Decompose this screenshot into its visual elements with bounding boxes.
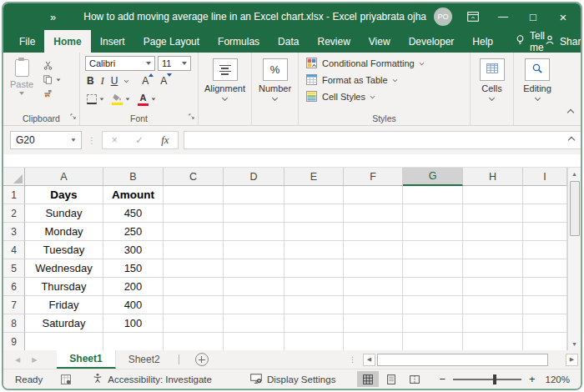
cell-F4[interactable] bbox=[344, 241, 403, 259]
vertical-scroll-thumb[interactable] bbox=[570, 181, 580, 236]
copy-button[interactable] bbox=[43, 75, 61, 84]
increase-font-size-button[interactable]: A bbox=[142, 75, 149, 87]
cell-E9[interactable] bbox=[284, 333, 344, 350]
bold-button[interactable]: B bbox=[87, 76, 94, 86]
scroll-right-arrow[interactable]: ▶ bbox=[566, 354, 578, 366]
user-avatar[interactable]: PO bbox=[434, 8, 452, 26]
cell-H2[interactable] bbox=[463, 204, 523, 223]
row-header-7[interactable]: 7 bbox=[3, 296, 25, 314]
cell-F8[interactable] bbox=[344, 314, 403, 333]
cell-I9[interactable] bbox=[523, 333, 567, 350]
zoom-in-button[interactable]: + bbox=[527, 373, 537, 385]
cell-G5[interactable] bbox=[403, 259, 463, 278]
name-box-dropdown-arrow[interactable] bbox=[71, 138, 75, 141]
page-break-preview-button[interactable] bbox=[404, 371, 425, 387]
tab-page-layout[interactable]: Page Layout bbox=[134, 30, 209, 53]
cell-B2[interactable]: 450 bbox=[103, 204, 164, 223]
tab-help[interactable]: Help bbox=[463, 30, 502, 53]
cell-F2[interactable] bbox=[344, 204, 403, 223]
horizontal-scrollbar[interactable]: ◀ ▶ bbox=[363, 354, 578, 366]
cell-E2[interactable] bbox=[284, 204, 344, 223]
alignment-button[interactable] bbox=[213, 58, 238, 81]
cell-G2[interactable] bbox=[403, 204, 463, 223]
borders-button[interactable] bbox=[87, 94, 104, 104]
share-button[interactable]: Share bbox=[545, 30, 582, 53]
cell-H9[interactable] bbox=[463, 333, 523, 350]
cell-G6[interactable] bbox=[403, 278, 463, 296]
row-header-2[interactable]: 2 bbox=[3, 204, 25, 223]
normal-view-button[interactable] bbox=[357, 371, 379, 387]
cell-B1[interactable]: Amount bbox=[103, 186, 164, 204]
enter-check-icon[interactable]: ✓ bbox=[135, 134, 143, 146]
cell-I4[interactable] bbox=[523, 241, 567, 259]
editing-button[interactable] bbox=[525, 58, 550, 81]
cell-B5[interactable]: 150 bbox=[103, 259, 164, 278]
zoom-out-button[interactable]: − bbox=[437, 373, 447, 385]
column-header-a[interactable]: A bbox=[25, 168, 103, 186]
scrollbar-separator-dots[interactable]: ⋮ bbox=[349, 355, 356, 364]
cells-dropdown-arrow[interactable] bbox=[489, 95, 495, 101]
maximize-button[interactable]: □ bbox=[527, 11, 539, 23]
cell-B7[interactable]: 400 bbox=[103, 296, 164, 314]
cell-B9[interactable] bbox=[103, 333, 164, 350]
copy-dropdown-arrow[interactable] bbox=[57, 78, 61, 81]
cell-G3[interactable] bbox=[403, 223, 463, 241]
cell-A7[interactable]: Friday bbox=[25, 296, 103, 314]
cell-C5[interactable] bbox=[164, 259, 224, 278]
font-name-select[interactable]: Calibri bbox=[85, 56, 155, 71]
cell-G4[interactable] bbox=[403, 241, 463, 259]
zoom-slider-thumb[interactable] bbox=[493, 374, 496, 384]
cell-A2[interactable]: Sunday bbox=[25, 204, 103, 223]
accessibility-status[interactable]: Accessibility: Investigate bbox=[93, 373, 212, 385]
cells-button[interactable] bbox=[480, 58, 505, 81]
cell-A6[interactable]: Thursday bbox=[25, 278, 103, 296]
cell-C8[interactable] bbox=[164, 314, 224, 333]
cell-A8[interactable]: Saturday bbox=[25, 314, 103, 333]
select-all-button[interactable] bbox=[3, 168, 25, 186]
insert-function-icon[interactable]: fx bbox=[161, 134, 169, 147]
cell-A1[interactable]: Days bbox=[25, 186, 103, 204]
cell-D3[interactable] bbox=[224, 223, 284, 241]
cell-E5[interactable] bbox=[284, 259, 344, 278]
sheet-tab-sheet1[interactable]: Sheet1 bbox=[57, 350, 115, 369]
paste-dropdown-arrow[interactable] bbox=[19, 92, 24, 95]
cell-C2[interactable] bbox=[164, 204, 224, 223]
cell-E3[interactable] bbox=[284, 223, 344, 241]
cell-F9[interactable] bbox=[344, 333, 403, 350]
quick-access-toolbar-overflow-icon[interactable]: » bbox=[50, 11, 55, 23]
cell-A9[interactable] bbox=[25, 333, 103, 350]
cell-E7[interactable] bbox=[284, 296, 344, 314]
cell-A3[interactable]: Monday bbox=[25, 223, 103, 241]
tab-view[interactable]: View bbox=[360, 30, 400, 53]
cell-H1[interactable] bbox=[463, 186, 523, 204]
italic-button[interactable]: I bbox=[101, 76, 104, 86]
cell-I7[interactable] bbox=[523, 296, 567, 314]
cell-F7[interactable] bbox=[344, 296, 403, 314]
macro-record-button[interactable] bbox=[61, 374, 71, 384]
decrease-font-size-button[interactable]: A bbox=[160, 75, 167, 87]
cell-F6[interactable] bbox=[344, 278, 403, 296]
row-header-1[interactable]: 1 bbox=[3, 186, 25, 204]
number-dropdown-arrow[interactable] bbox=[272, 95, 278, 101]
column-header-i[interactable]: I bbox=[523, 168, 567, 186]
cell-G9[interactable] bbox=[403, 333, 463, 350]
cell-H8[interactable] bbox=[463, 314, 523, 333]
cell-D2[interactable] bbox=[224, 204, 284, 223]
zoom-slider[interactable] bbox=[453, 379, 521, 380]
number-format-button[interactable]: % bbox=[263, 58, 288, 81]
collapse-ribbon-button[interactable] bbox=[568, 103, 573, 118]
user-name[interactable]: priyabrata ojha bbox=[360, 11, 426, 23]
row-header-9[interactable]: 9 bbox=[3, 333, 25, 350]
sheet-tab-sheet2[interactable]: Sheet2 bbox=[116, 350, 173, 369]
scroll-left-arrow[interactable]: ◀ bbox=[363, 354, 375, 366]
underline-button[interactable]: U bbox=[111, 76, 118, 86]
tab-review[interactable]: Review bbox=[308, 30, 359, 53]
cell-H4[interactable] bbox=[463, 241, 523, 259]
cell-I5[interactable] bbox=[523, 259, 567, 278]
minimize-button[interactable]: — bbox=[497, 11, 509, 23]
cell-D9[interactable] bbox=[224, 333, 284, 350]
font-dialog-launcher-icon[interactable] bbox=[189, 108, 194, 123]
cell-I1[interactable] bbox=[523, 186, 567, 204]
new-sheet-button[interactable] bbox=[195, 353, 209, 366]
cell-H5[interactable] bbox=[463, 259, 523, 278]
